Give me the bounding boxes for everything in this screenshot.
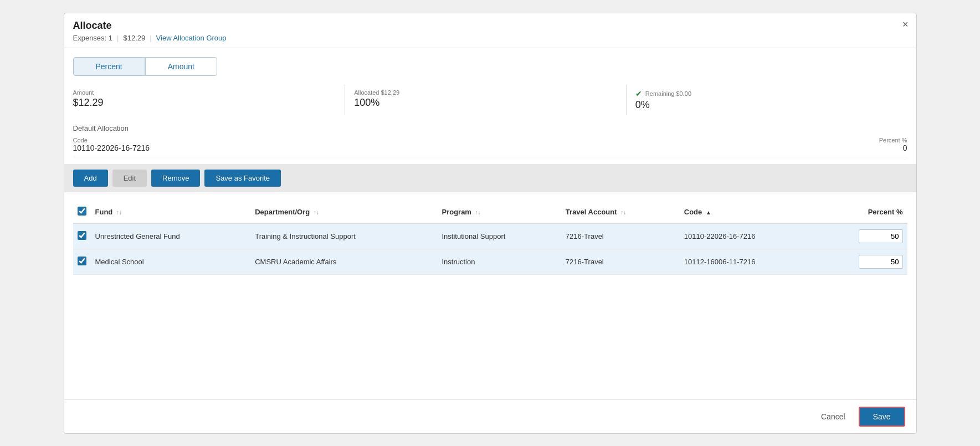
save-button[interactable]: Save [859,407,905,427]
fund-sort-icon: ↑↓ [116,209,122,216]
default-allocation-label: Default Allocation [73,124,907,132]
row-program-1: Instruction [437,249,561,274]
row-percent-input-1[interactable] [859,255,903,269]
table-row: Unrestricted General Fund Training & Ins… [73,223,907,249]
table-header-row: Fund ↑↓ Department/Org ↑↓ Program ↑↓ Tra… [73,201,907,223]
subtitle-amount: $12.29 [123,34,145,42]
header-checkbox-cell [73,201,91,223]
allocate-modal: Allocate Expenses: 1 | $12.29 | View All… [64,13,917,434]
row-fund-1: Medical School [91,249,251,274]
default-percent-label: Percent % [879,137,907,143]
tab-amount[interactable]: Amount [145,57,217,76]
row-travel-1: 7216-Travel [561,249,680,274]
summary-remaining: ✔ Remaining $0.00 0% [627,85,907,115]
row-checkbox-1[interactable] [78,257,86,265]
row-program-0: Institutional Support [437,223,561,249]
remaining-green-dot: ✔ [635,89,642,98]
code-value: 10110-22026-16-7216 [73,143,150,152]
tab-row: Percent Amount [73,57,907,76]
close-button[interactable]: × [902,19,909,30]
remove-button[interactable]: Remove [151,170,200,187]
summary-allocated: Allocated $12.29 100% [345,85,627,115]
cancel-button[interactable]: Cancel [814,408,852,426]
row-percent-cell-0 [817,223,907,249]
subtitle-separator: | [117,34,119,42]
modal-body: Percent Amount Amount $12.29 Allocated $… [64,48,916,399]
summary-amount-label: Amount [73,89,336,96]
modal-subtitle: Expenses: 1 | $12.29 | View Allocation G… [73,34,907,42]
row-dept-1: CMSRU Academic Affairs [250,249,437,274]
modal-footer: Cancel Save [64,399,916,433]
header-fund: Fund ↑↓ [91,201,251,223]
table-header: Fund ↑↓ Department/Org ↑↓ Program ↑↓ Tra… [73,201,907,223]
header-code: Code ▲ [680,201,817,223]
header-percent: Percent % [817,201,907,223]
subtitle-separator2: | [150,34,151,42]
allocation-table: Fund ↑↓ Department/Org ↑↓ Program ↑↓ Tra… [73,201,907,275]
summary-amount-value: $12.29 [73,97,336,109]
summary-remaining-label-row: ✔ Remaining $0.00 [635,89,899,98]
summary-row: Amount $12.29 Allocated $12.29 100% ✔ Re… [73,85,907,115]
row-code-0: 10110-22026-16-7216 [680,223,817,249]
summary-remaining-label: Remaining $0.00 [645,90,691,97]
table-body: Unrestricted General Fund Training & Ins… [73,223,907,275]
header-checkbox[interactable] [78,207,86,216]
row-checkbox-cell [73,223,91,249]
default-percent-value: 0 [879,143,907,152]
tab-percent[interactable]: Percent [73,57,145,76]
row-percent-input-0[interactable] [859,229,903,243]
edit-button[interactable]: Edit [112,170,147,187]
code-sort-icon: ▲ [706,209,711,216]
view-allocation-group-link[interactable]: View Allocation Group [156,34,227,42]
toolbar: Add Edit Remove Save as Favorite [64,164,916,192]
row-dept-0: Training & Instructional Support [250,223,437,249]
table-row: Medical School CMSRU Academic Affairs In… [73,249,907,274]
add-button[interactable]: Add [73,170,108,187]
program-sort-icon: ↑↓ [475,209,481,216]
dept-sort-icon: ↑↓ [314,209,319,216]
row-checkbox-0[interactable] [78,231,86,240]
header-program: Program ↑↓ [437,201,561,223]
summary-remaining-value: 0% [635,99,899,111]
summary-allocated-value: 100% [354,97,617,109]
save-favorite-button[interactable]: Save as Favorite [204,170,281,187]
modal-title: Allocate [73,20,907,32]
header-department-org: Department/Org ↑↓ [250,201,437,223]
row-percent-cell-1 [817,249,907,274]
code-block: Code 10110-22026-16-7216 [73,137,150,152]
code-row: Code 10110-22026-16-7216 Percent % 0 [73,137,907,157]
percent-block: Percent % 0 [879,137,907,152]
row-fund-0: Unrestricted General Fund [91,223,251,249]
row-travel-0: 7216-Travel [561,223,680,249]
row-checkbox-cell [73,249,91,274]
expenses-label: Expenses: 1 [73,34,113,42]
summary-amount: Amount $12.29 [73,85,346,115]
code-label: Code [73,137,150,143]
summary-allocated-label: Allocated $12.29 [354,89,617,96]
header-travel-account: Travel Account ↑↓ [561,201,680,223]
travel-sort-icon: ↑↓ [620,209,626,216]
modal-header: Allocate Expenses: 1 | $12.29 | View All… [64,13,916,48]
row-code-1: 10112-16006-11-7216 [680,249,817,274]
